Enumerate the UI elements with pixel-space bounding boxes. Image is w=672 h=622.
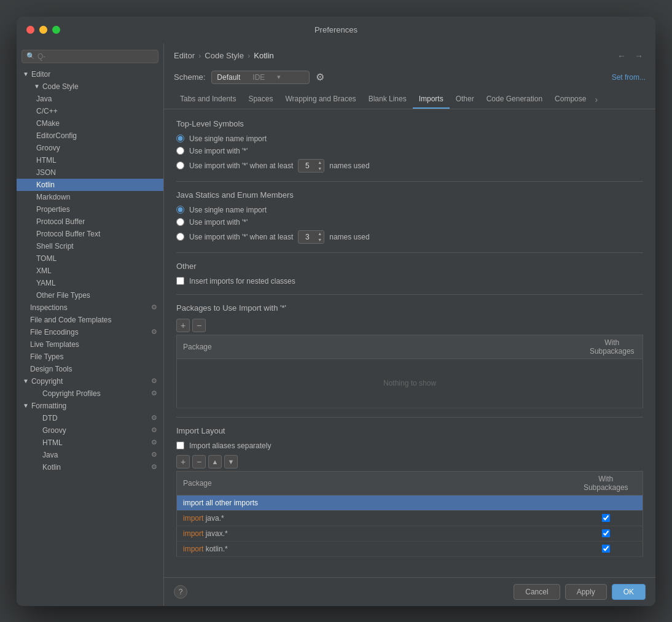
table-row[interactable]: import javax.* [177, 526, 643, 541]
sidebar-item-editorconfig[interactable]: EditorConfig [17, 130, 163, 142]
tab-other[interactable]: Other [450, 90, 480, 109]
radio-js-single-label[interactable]: Use single name import [189, 206, 267, 214]
sidebar-item-file-types[interactable]: File Types [17, 351, 163, 363]
close-button[interactable] [26, 26, 34, 34]
apply-button[interactable]: Apply [565, 584, 607, 600]
sidebar-item-html-fmt[interactable]: HTML ⚙ [17, 437, 163, 449]
tab-spaces[interactable]: Spaces [242, 90, 279, 109]
radio-tl-single[interactable] [176, 134, 184, 142]
search-box[interactable]: 🔍 [21, 50, 158, 63]
sidebar-item-formatting-group[interactable]: ▼ Formatting [17, 400, 163, 412]
cancel-button[interactable]: Cancel [514, 584, 560, 600]
packages-col-package: Package [177, 335, 582, 359]
nested-classes-label[interactable]: Insert imports for nested classes [189, 277, 295, 286]
import-aliases-checkbox[interactable] [176, 441, 184, 449]
layout-row-2-checkbox[interactable] [602, 529, 610, 537]
layout-remove-button[interactable]: − [192, 455, 206, 468]
sidebar-item-xml[interactable]: XML [17, 265, 163, 277]
radio-tl-single-label[interactable]: Use single name import [189, 134, 267, 143]
maximize-button[interactable] [52, 26, 60, 34]
js-star-count-down[interactable]: ▼ [316, 237, 324, 243]
sidebar-item-html[interactable]: HTML [17, 154, 163, 166]
sidebar-item-kotlin-fmt[interactable]: Kotlin ⚙ [17, 461, 163, 473]
layout-move-down-button[interactable]: ▼ [224, 455, 238, 468]
sidebar-item-properties[interactable]: Properties [17, 203, 163, 216]
tab-imports[interactable]: Imports [413, 90, 450, 109]
radio-js-star-at[interactable] [176, 233, 184, 241]
forward-arrow[interactable]: → [632, 50, 646, 62]
radio-js-star[interactable] [176, 218, 184, 226]
tab-code-gen[interactable]: Code Generation [480, 90, 549, 109]
sidebar-item-editor[interactable]: ▼ Editor [17, 68, 163, 80]
sidebar-item-inspections[interactable]: Inspections ⚙ [17, 301, 163, 314]
radio-js-single[interactable] [176, 206, 184, 214]
layout-row-1-checkbox[interactable] [602, 514, 610, 522]
preferences-window: Preferences 🔍 ▼ Editor ▼ Code Style Java… [17, 17, 655, 606]
tab-blank-lines[interactable]: Blank Lines [362, 90, 413, 109]
sidebar-item-other-file-types[interactable]: Other File Types [17, 289, 163, 301]
sidebar-item-kotlin[interactable]: Kotlin [17, 179, 163, 191]
radio-tl-star[interactable] [176, 147, 184, 155]
packages-remove-button[interactable]: − [192, 319, 206, 332]
tab-compose[interactable]: Compose [549, 90, 592, 109]
sidebar-item-design-tools[interactable]: Design Tools [17, 363, 163, 375]
scheme-gear-icon[interactable]: ⚙ [316, 71, 324, 83]
sidebar-item-java-fmt[interactable]: Java ⚙ [17, 449, 163, 461]
sidebar-item-protocol-buffer-text[interactable]: Protocol Buffer Text [17, 228, 163, 240]
sidebar-item-cmake[interactable]: CMake [17, 117, 163, 130]
table-row[interactable]: import all other imports [177, 495, 643, 510]
radio-tl-star-at-label[interactable]: Use import with '*' when at least [189, 161, 293, 170]
packages-add-button[interactable]: + [176, 319, 190, 332]
tl-star-count-field[interactable]: 5 [299, 161, 316, 170]
sidebar-item-yaml[interactable]: YAML [17, 277, 163, 289]
sidebar-item-groovy-fmt[interactable]: Groovy ⚙ [17, 424, 163, 437]
sidebar-item-protocol-buffer[interactable]: Protocol Buffer [17, 216, 163, 228]
gear-icon: ⚙ [151, 451, 157, 459]
table-row[interactable]: import kotlin.* [177, 541, 643, 556]
back-arrow[interactable]: ← [615, 50, 628, 62]
table-row[interactable]: import java.* [177, 510, 643, 526]
layout-row-2-package: import javax.* [177, 526, 569, 541]
sidebar-item-copyright-profiles[interactable]: Copyright Profiles ⚙ [17, 387, 163, 400]
breadcrumb-code-style: Code Style [205, 51, 244, 60]
tl-star-count-up[interactable]: ▲ [316, 160, 324, 166]
set-from-link[interactable]: Set from... [612, 73, 646, 82]
radio-js-star-at-label[interactable]: Use import with '*' when at least [189, 233, 293, 241]
sidebar-item-cpp[interactable]: C/C++ [17, 105, 163, 117]
sidebar-item-json[interactable]: JSON [17, 166, 163, 179]
tabs-more-icon[interactable]: › [592, 90, 600, 109]
sidebar-item-java[interactable]: Java [17, 93, 163, 105]
help-button[interactable]: ? [174, 585, 187, 599]
layout-add-button[interactable]: + [176, 455, 190, 468]
tl-star-count-down[interactable]: ▼ [316, 166, 324, 172]
sidebar-item-toml[interactable]: TOML [17, 252, 163, 265]
search-icon: 🔍 [26, 52, 35, 60]
tab-tabs-indents[interactable]: Tabs and Indents [174, 90, 242, 109]
sidebar-item-code-style[interactable]: ▼ Code Style [17, 80, 163, 93]
scheme-dropdown[interactable]: Default IDE ▾ [211, 71, 310, 84]
js-star-count-field[interactable]: 3 [299, 233, 316, 241]
formatting-label: Formatting [31, 402, 66, 410]
sidebar-item-dtd[interactable]: DTD ⚙ [17, 412, 163, 424]
search-input[interactable] [37, 52, 154, 61]
sidebar-item-file-code-templates[interactable]: File and Code Templates [17, 314, 163, 326]
sidebar-item-file-encodings[interactable]: File Encodings ⚙ [17, 326, 163, 338]
chevron-down-icon: ▼ [34, 83, 40, 90]
gear-icon: ⚙ [151, 389, 157, 397]
import-aliases-label[interactable]: Import aliases separately [189, 441, 271, 450]
layout-row-3-checkbox[interactable] [602, 545, 610, 553]
radio-js-star-label[interactable]: Use import with '*' [189, 218, 248, 227]
radio-tl-star-label[interactable]: Use import with '*' [189, 147, 248, 155]
minimize-button[interactable] [39, 26, 47, 34]
nested-classes-checkbox[interactable] [176, 277, 184, 285]
sidebar-item-shell-script[interactable]: Shell Script [17, 240, 163, 252]
sidebar-item-live-templates[interactable]: Live Templates [17, 338, 163, 351]
sidebar-item-markdown[interactable]: Markdown [17, 191, 163, 203]
ok-button[interactable]: OK [612, 584, 646, 600]
sidebar-item-groovy[interactable]: Groovy [17, 142, 163, 154]
layout-move-up-button[interactable]: ▲ [208, 455, 222, 468]
tab-wrapping[interactable]: Wrapping and Braces [279, 90, 362, 109]
sidebar-item-copyright-group[interactable]: ▼ Copyright ⚙ [17, 375, 163, 387]
radio-tl-star-at[interactable] [176, 161, 184, 169]
js-star-count-up[interactable]: ▲ [316, 231, 324, 237]
